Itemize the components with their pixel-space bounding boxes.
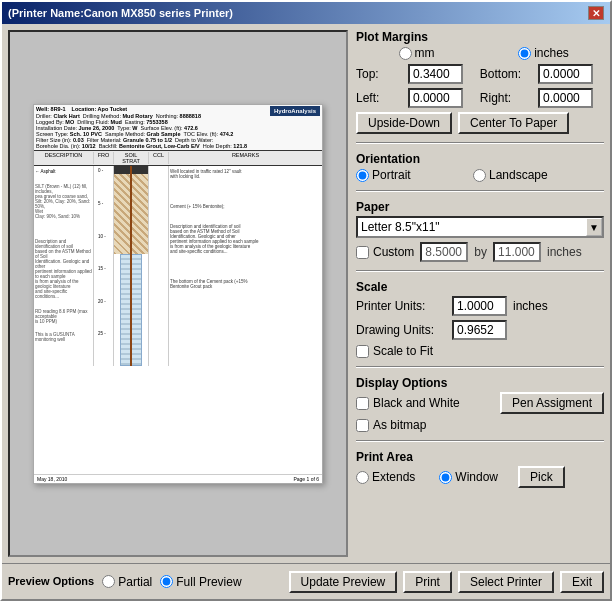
pick-button[interactable]: Pick <box>518 466 565 488</box>
preview-inner: Well: 8R9-1 Location: Apo Tucket Driller… <box>10 32 346 555</box>
upside-down-button[interactable]: Upside-Down <box>356 112 452 134</box>
left-label: Left: <box>356 91 402 105</box>
window-title: (Printer Name:Canon MX850 series Printer… <box>8 7 233 19</box>
scale-to-fit-option[interactable]: Scale to Fit <box>356 344 433 358</box>
doc-preview: Well: 8R9-1 Location: Apo Tucket Driller… <box>33 104 323 484</box>
bottom-bar: Preview Options Partial Full Preview Upd… <box>2 563 610 599</box>
inches-radio[interactable] <box>518 47 531 60</box>
main-content: Well: 8R9-1 Location: Apo Tucket Driller… <box>2 24 610 563</box>
left-input[interactable] <box>408 88 463 108</box>
custom-label: Custom <box>373 245 414 259</box>
partial-label: Partial <box>118 575 152 589</box>
doc-page: Page 1 of 6 <box>293 476 319 482</box>
partial-radio[interactable] <box>102 575 115 588</box>
paper-inches-label: inches <box>547 245 582 259</box>
top-label: Top: <box>356 67 402 81</box>
as-bitmap-label: As bitmap <box>373 418 426 432</box>
preview-options-label: Preview Options <box>8 575 94 587</box>
margins-grid: Top: Bottom: Left: Right: <box>356 64 604 108</box>
scale-to-fit-row: Scale to Fit <box>356 344 604 358</box>
margins-buttons-row: Upside-Down Center To Paper <box>356 112 604 134</box>
display-options-section: Display Options Black and White Pen Assi… <box>356 376 604 432</box>
orientation-section: Orientation Portrait Landscape <box>356 152 604 182</box>
custom-width-input[interactable] <box>420 242 468 262</box>
exit-button[interactable]: Exit <box>560 571 604 593</box>
scale-section: Scale Printer Units: inches Drawing Unit… <box>356 280 604 358</box>
top-input[interactable] <box>408 64 463 84</box>
custom-checkbox-option[interactable]: Custom <box>356 245 414 259</box>
extends-radio[interactable] <box>356 471 369 484</box>
portrait-label: Portrait <box>372 168 411 182</box>
landscape-radio[interactable] <box>473 169 486 182</box>
print-button[interactable]: Print <box>403 571 452 593</box>
center-to-paper-button[interactable]: Center To Paper <box>458 112 569 134</box>
window-radio[interactable] <box>439 471 452 484</box>
inches-label: inches <box>534 46 569 60</box>
divider4 <box>356 366 604 368</box>
print-area-section: Print Area Extends Window Pick <box>356 450 604 488</box>
paper-section: Paper Letter 8.5"x11" A4 Legal ▼ Custom <box>356 200 604 262</box>
window-label: Window <box>455 470 498 484</box>
full-preview-label: Full Preview <box>176 575 241 589</box>
full-preview-option[interactable]: Full Preview <box>160 575 241 589</box>
bw-row: Black and White Pen Assigment <box>356 392 604 414</box>
divider1 <box>356 142 604 144</box>
bitmap-row: As bitmap <box>356 418 604 432</box>
right-input[interactable] <box>538 88 593 108</box>
full-preview-radio[interactable] <box>160 575 173 588</box>
bottom-input[interactable] <box>538 64 593 84</box>
select-printer-button[interactable]: Select Printer <box>458 571 554 593</box>
drawing-units-row: Drawing Units: <box>356 320 604 340</box>
partial-option[interactable]: Partial <box>102 575 152 589</box>
left-panel: Well: 8R9-1 Location: Apo Tucket Driller… <box>8 30 348 557</box>
mm-option[interactable]: mm <box>399 46 435 60</box>
preview-options: Preview Options Partial Full Preview <box>8 575 242 589</box>
mm-label: mm <box>415 46 435 60</box>
drawing-units-label: Drawing Units: <box>356 323 446 337</box>
custom-row: Custom by inches <box>356 242 604 262</box>
display-options-label: Display Options <box>356 376 604 390</box>
paper-select[interactable]: Letter 8.5"x11" A4 Legal <box>356 216 604 238</box>
main-window: (Printer Name:Canon MX850 series Printer… <box>0 0 612 601</box>
paper-label: Paper <box>356 200 604 214</box>
right-panel: Plot Margins mm inches <box>356 30 604 557</box>
scale-to-fit-label: Scale to Fit <box>373 344 433 358</box>
divider5 <box>356 440 604 442</box>
mm-radio[interactable] <box>399 47 412 60</box>
as-bitmap-checkbox[interactable] <box>356 419 369 432</box>
plot-margins-label: Plot Margins <box>356 30 604 44</box>
black-white-checkbox[interactable] <box>356 397 369 410</box>
paper-select-wrapper: Letter 8.5"x11" A4 Legal ▼ <box>356 216 604 238</box>
divider3 <box>356 270 604 272</box>
printer-units-row: Printer Units: inches <box>356 296 604 316</box>
close-button[interactable]: ✕ <box>588 6 604 20</box>
portrait-option[interactable]: Portrait <box>356 168 411 182</box>
by-label: by <box>474 245 487 259</box>
orientation-label: Orientation <box>356 152 604 166</box>
scale-to-fit-checkbox[interactable] <box>356 345 369 358</box>
orientation-row: Portrait Landscape <box>356 168 604 182</box>
black-white-option[interactable]: Black and White <box>356 396 460 410</box>
pen-assignment-button[interactable]: Pen Assigment <box>500 392 604 414</box>
printer-units-input[interactable] <box>452 296 507 316</box>
divider2 <box>356 190 604 192</box>
margins-unit-row: mm inches <box>356 46 604 60</box>
preview-area: Well: 8R9-1 Location: Apo Tucket Driller… <box>8 30 348 557</box>
drawing-units-input[interactable] <box>452 320 507 340</box>
landscape-option[interactable]: Landscape <box>473 168 548 182</box>
portrait-radio[interactable] <box>356 169 369 182</box>
custom-height-input[interactable] <box>493 242 541 262</box>
landscape-label: Landscape <box>489 168 548 182</box>
extends-option[interactable]: Extends <box>356 470 415 484</box>
as-bitmap-option[interactable]: As bitmap <box>356 418 426 432</box>
bottom-buttons: Update Preview Print Select Printer Exit <box>289 571 604 593</box>
window-option[interactable]: Window <box>439 470 498 484</box>
inches-option[interactable]: inches <box>518 46 569 60</box>
print-area-label: Print Area <box>356 450 604 464</box>
title-bar: (Printer Name:Canon MX850 series Printer… <box>2 2 610 24</box>
scale-label: Scale <box>356 280 604 294</box>
scale-inches-label: inches <box>513 299 548 313</box>
extends-label: Extends <box>372 470 415 484</box>
update-preview-button[interactable]: Update Preview <box>289 571 398 593</box>
custom-checkbox[interactable] <box>356 246 369 259</box>
